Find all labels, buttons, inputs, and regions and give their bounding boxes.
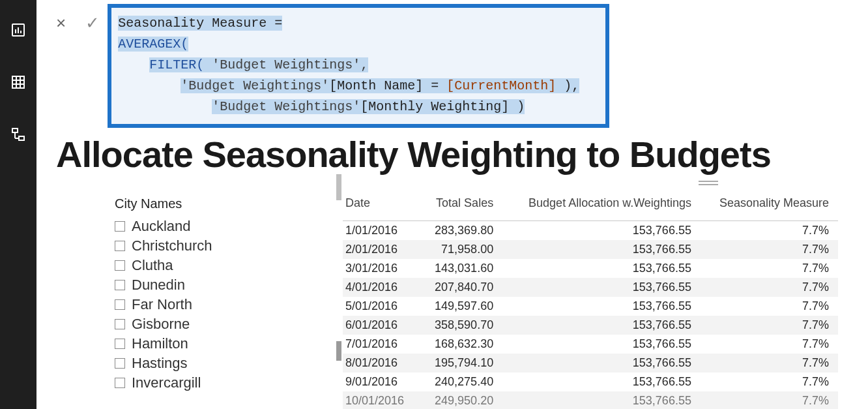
- slicer-item[interactable]: Christchurch: [115, 237, 304, 254]
- slicer-item[interactable]: Hamilton: [115, 335, 304, 352]
- table-cell: 153,766.55: [502, 335, 701, 354]
- table-cell: 168,632.30: [423, 335, 503, 354]
- table-row[interactable]: 6/01/2016358,590.70153,766.557.7%: [343, 316, 838, 335]
- table-header-row: Date Total Sales Budget Allocation w.Wei…: [343, 191, 838, 221]
- table-cell: 7.7%: [701, 278, 838, 297]
- table-cell: 153,766.55: [502, 316, 701, 335]
- slicer-item[interactable]: Invercargill: [115, 374, 304, 391]
- table-cell: 5/01/2016: [343, 297, 423, 316]
- table-cell: 283,369.80: [423, 221, 503, 241]
- resize-handle-left-icon[interactable]: [336, 341, 341, 361]
- table-cell: 7.7%: [701, 316, 838, 335]
- slicer-item[interactable]: Dunedin: [115, 277, 304, 294]
- table-row[interactable]: 5/01/2016149,597.60153,766.557.7%: [343, 297, 838, 316]
- slicer-item-label: Christchurch: [132, 237, 212, 254]
- table-cell: 7.7%: [701, 259, 838, 278]
- main-canvas: × ✓ Seasonality Measure = AVERAGEX( FILT…: [36, 0, 868, 409]
- table-cell: 240,275.40: [423, 372, 503, 391]
- table-cell: 4/01/2016: [343, 278, 423, 297]
- col-date[interactable]: Date: [343, 191, 423, 221]
- table-cell: 358,590.70: [423, 316, 503, 335]
- slicer-item-label: Auckland: [132, 218, 191, 235]
- checkbox-icon[interactable]: [115, 280, 125, 290]
- table-cell: 249,950.20: [423, 391, 503, 409]
- slicer-item[interactable]: Hastings: [115, 355, 304, 372]
- commit-formula-button[interactable]: ✓: [85, 13, 100, 33]
- table-cell: 153,766.55: [502, 259, 701, 278]
- checkbox-icon[interactable]: [115, 378, 125, 388]
- table-row[interactable]: 9/01/2016240,275.40153,766.557.7%: [343, 372, 838, 391]
- table-cell: 149,597.60: [423, 297, 503, 316]
- col-budget-alloc[interactable]: Budget Allocation w.Weightings: [502, 191, 701, 221]
- slicer-item[interactable]: Gisborne: [115, 316, 304, 333]
- slicer-item-label: Clutha: [132, 257, 173, 274]
- col-total-sales[interactable]: Total Sales: [423, 191, 503, 221]
- formula-bar: × ✓ Seasonality Measure = AVERAGEX( FILT…: [36, 0, 868, 128]
- page-title: Allocate Seasonality Weighting to Budget…: [36, 128, 868, 191]
- slicer-item[interactable]: Auckland: [115, 218, 304, 235]
- table-cell: 2/01/2016: [343, 240, 423, 259]
- report-view-icon[interactable]: [5, 17, 31, 43]
- slicer-item-label: Hastings: [132, 355, 188, 372]
- table-cell: 153,766.55: [502, 391, 701, 409]
- table-cell: 3/01/2016: [343, 259, 423, 278]
- checkbox-icon[interactable]: [115, 319, 125, 329]
- table-cell: 9/01/2016: [343, 372, 423, 391]
- table-cell: 10/01/2016: [343, 391, 423, 409]
- table-cell: 153,766.55: [502, 372, 701, 391]
- table-row[interactable]: 3/01/2016143,031.60153,766.557.7%: [343, 259, 838, 278]
- checkbox-icon[interactable]: [115, 221, 125, 232]
- table-row[interactable]: 10/01/2016249,950.20153,766.557.7%: [343, 391, 838, 409]
- table-cell: 195,794.10: [423, 354, 503, 372]
- table-cell: 7.7%: [701, 391, 838, 409]
- table-row[interactable]: 4/01/2016207,840.70153,766.557.7%: [343, 278, 838, 297]
- table-cell: 7.7%: [701, 372, 838, 391]
- table-cell: 143,031.60: [423, 259, 503, 278]
- table-cell: 153,766.55: [502, 297, 701, 316]
- resize-handle-icon[interactable]: [336, 174, 341, 200]
- table-cell: 71,958.00: [423, 240, 503, 259]
- data-view-icon[interactable]: [5, 69, 31, 95]
- table-cell: 153,766.55: [502, 278, 701, 297]
- table-cell: 7.7%: [701, 335, 838, 354]
- slicer-item-label: Gisborne: [132, 316, 190, 333]
- table-cell: 8/01/2016: [343, 354, 423, 372]
- slicer-item-label: Dunedin: [132, 277, 185, 294]
- checkbox-icon[interactable]: [115, 299, 125, 310]
- dax-formula-editor[interactable]: Seasonality Measure = AVERAGEX( FILTER( …: [108, 4, 609, 128]
- slicer-item[interactable]: Far North: [115, 296, 304, 313]
- table-row[interactable]: 8/01/2016195,794.10153,766.557.7%: [343, 354, 838, 372]
- svg-rect-10: [19, 136, 24, 140]
- grip-handle-icon[interactable]: [699, 181, 718, 187]
- checkbox-icon[interactable]: [115, 339, 125, 349]
- cancel-formula-button[interactable]: ×: [56, 13, 66, 33]
- table-cell: 153,766.55: [502, 221, 701, 241]
- table-cell: 7.7%: [701, 240, 838, 259]
- table-row[interactable]: 7/01/2016168,632.30153,766.557.7%: [343, 335, 838, 354]
- slicer-item[interactable]: Clutha: [115, 257, 304, 274]
- checkbox-icon[interactable]: [115, 358, 125, 369]
- slicer-item-label: Hamilton: [132, 335, 188, 352]
- left-nav-rail: [0, 0, 36, 409]
- table-row[interactable]: 2/01/201671,958.00153,766.557.7%: [343, 240, 838, 259]
- table-cell: 153,766.55: [502, 354, 701, 372]
- col-seasonality[interactable]: Seasonality Measure: [701, 191, 838, 221]
- table-cell: 7.7%: [701, 354, 838, 372]
- data-table-visual[interactable]: Date Total Sales Budget Allocation w.Wei…: [343, 191, 868, 409]
- svg-rect-4: [12, 76, 24, 88]
- table-cell: 1/01/2016: [343, 221, 423, 241]
- checkbox-icon[interactable]: [115, 241, 125, 251]
- table-row[interactable]: 1/01/2016283,369.80153,766.557.7%: [343, 221, 838, 241]
- svg-rect-9: [12, 129, 18, 132]
- table-cell: 207,840.70: [423, 278, 503, 297]
- model-view-icon[interactable]: [5, 121, 31, 147]
- table-cell: 7.7%: [701, 221, 838, 241]
- slicer-item-label: Invercargill: [132, 374, 201, 391]
- table-cell: 7/01/2016: [343, 335, 423, 354]
- table-cell: 6/01/2016: [343, 316, 423, 335]
- checkbox-icon[interactable]: [115, 260, 125, 271]
- table-cell: 7.7%: [701, 297, 838, 316]
- table-cell: 153,766.55: [502, 240, 701, 259]
- slicer-title: City Names: [115, 196, 304, 211]
- city-slicer: City Names AucklandChristchurchCluthaDun…: [76, 191, 304, 409]
